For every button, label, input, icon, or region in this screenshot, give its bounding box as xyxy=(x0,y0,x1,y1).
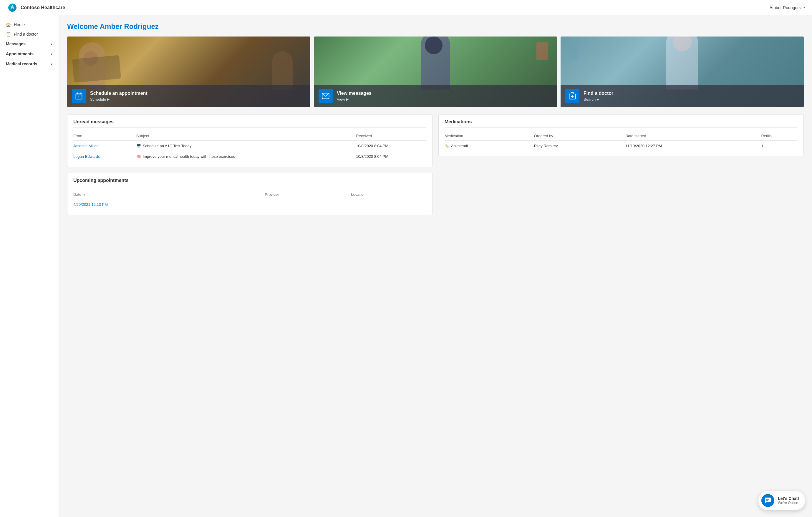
find-doctor-card-link[interactable]: Search ▶ xyxy=(583,97,613,102)
user-menu[interactable]: Amber Rodriguez ▾ xyxy=(770,5,805,10)
appt-location-1 xyxy=(351,199,426,210)
sidebar-item-find-doctor[interactable]: 📋 Find a doctor xyxy=(0,29,59,39)
sidebar-item-home[interactable]: 🏠 Home xyxy=(0,20,59,29)
upcoming-appointments-title: Upcoming appointments xyxy=(73,178,426,186)
sidebar-messages-label: Messages xyxy=(6,41,26,46)
bottom-grid: Unread messages From Subject Received xyxy=(67,114,804,215)
unread-messages-card: Unread messages From Subject Received xyxy=(67,114,433,167)
sidebar-appointments-label: Appointments xyxy=(6,52,34,56)
hero-card-messages[interactable]: View messages View ▶ xyxy=(314,36,557,107)
col-subject: Subject xyxy=(136,132,356,141)
sidebar-item-messages[interactable]: Messages ∨ xyxy=(0,39,59,49)
col-ordered-by: Ordered by xyxy=(534,132,625,141)
hero-card-messages-overlay: View messages View ▶ xyxy=(314,85,557,107)
col-date[interactable]: Date ↑ xyxy=(73,191,265,199)
msg-from-2[interactable]: Logan Edwards xyxy=(73,151,136,162)
col-from: From xyxy=(73,132,136,141)
header-left: Contoso Healthcare xyxy=(7,2,65,13)
user-menu-chevron: ▾ xyxy=(804,6,805,9)
home-icon: 🏠 xyxy=(6,22,11,27)
med-refills-1: 1 xyxy=(761,141,798,151)
schedule-card-text: Schedule an appointment Schedule ▶ xyxy=(90,91,147,102)
svg-text:1: 1 xyxy=(78,96,80,98)
unread-messages-title: Unread messages xyxy=(73,119,426,128)
col-refills: Refills xyxy=(761,132,798,141)
msg-icon-2: 🧠 xyxy=(136,154,141,159)
schedule-card-link[interactable]: Schedule ▶ xyxy=(90,97,147,102)
msg-icon-1: 🖥️ xyxy=(136,144,141,148)
appt-provider-1 xyxy=(265,199,351,210)
left-column: Unread messages From Subject Received xyxy=(67,114,433,215)
msg-received-1: 10/8/2020 8:04 PM xyxy=(356,141,426,151)
schedule-link-label: Schedule xyxy=(90,97,106,102)
messages-card-text: View messages View ▶ xyxy=(337,91,372,102)
col-date-started: Date started xyxy=(625,132,761,141)
medical-bag-icon xyxy=(568,92,577,100)
med-date-started-1: 11/19/2020 12:27 PM xyxy=(625,141,761,151)
right-column: Medications Medication Ordered by Date s… xyxy=(438,114,804,215)
upcoming-appointments-card: Upcoming appointments Date ↑ Provider Lo… xyxy=(67,173,433,215)
sidebar-item-appointments[interactable]: Appointments ∨ xyxy=(0,49,59,59)
sidebar-home-label: Home xyxy=(14,22,25,27)
page-title: Welcome Amber Rodriguez xyxy=(67,22,804,31)
calendar-icon: 1 xyxy=(75,92,83,100)
schedule-arrow-icon: ▶ xyxy=(107,97,110,101)
table-row: 4/20/2021 12:13 PM xyxy=(73,199,426,210)
find-doctor-link-label: Search xyxy=(583,97,596,102)
layout: 🏠 Home 📋 Find a doctor Messages ∨ Appoin… xyxy=(0,15,812,517)
hero-card-schedule-overlay: 1 Schedule an appointment Schedule ▶ xyxy=(67,85,310,107)
main-content: Welcome Amber Rodriguez 1 Schedule an xyxy=(59,15,812,517)
medications-card: Medications Medication Ordered by Date s… xyxy=(438,114,804,156)
messages-card-title: View messages xyxy=(337,91,372,96)
hero-cards: 1 Schedule an appointment Schedule ▶ xyxy=(67,36,804,107)
messages-chevron-icon: ∨ xyxy=(50,42,53,46)
col-location: Location xyxy=(351,191,426,199)
chat-title: Let's Chat! xyxy=(778,496,799,501)
sidebar-item-medical-records[interactable]: Medical records ∨ xyxy=(0,59,59,69)
brand-name: Contoso Healthcare xyxy=(21,5,65,10)
msg-from-1[interactable]: Jasmine Miller xyxy=(73,141,136,151)
chat-widget[interactable]: Let's Chat! We're Online xyxy=(758,491,805,510)
med-icon-1: 🏷️ xyxy=(444,144,449,148)
medications-title: Medications xyxy=(444,119,798,128)
col-provider: Provider xyxy=(265,191,351,199)
table-row: Logan Edwards 🧠 Improve your mental heal… xyxy=(73,151,426,162)
find-doctor-arrow-icon: ▶ xyxy=(597,97,599,101)
col-medication: Medication xyxy=(444,132,534,141)
msg-subject-1: 🖥️ Schedule an A1C Test Today! xyxy=(136,141,356,151)
col-received: Received xyxy=(356,132,426,141)
find-doctor-card-title: Find a doctor xyxy=(583,91,613,96)
msg-subject-2: 🧠 Improve your mental health today with … xyxy=(136,151,356,162)
chat-subtitle: We're Online xyxy=(778,501,799,505)
msg-received-2: 10/8/2020 8:04 PM xyxy=(356,151,426,162)
table-row: Jasmine Miller 🖥️ Schedule an A1C Test T… xyxy=(73,141,426,151)
find-doctor-icon: 📋 xyxy=(6,32,11,36)
schedule-card-title: Schedule an appointment xyxy=(90,91,147,96)
med-name-1: 🏷️ Anksterail xyxy=(444,141,534,151)
find-doctor-icon-box xyxy=(565,89,579,103)
sidebar-find-doctor-label: Find a doctor xyxy=(14,32,38,36)
hero-card-find-doctor-overlay: Find a doctor Search ▶ xyxy=(560,85,804,107)
messages-icon-box xyxy=(319,89,333,103)
appt-date-1[interactable]: 4/20/2021 12:13 PM xyxy=(73,199,265,210)
find-doctor-card-text: Find a doctor Search ▶ xyxy=(583,91,613,102)
chat-text: Let's Chat! We're Online xyxy=(778,496,799,505)
date-sort-icon: ↑ xyxy=(84,193,85,196)
messages-card-link[interactable]: View ▶ xyxy=(337,97,372,102)
contoso-logo-icon xyxy=(7,2,18,13)
hero-card-schedule[interactable]: 1 Schedule an appointment Schedule ▶ xyxy=(67,36,310,107)
messages-arrow-icon: ▶ xyxy=(346,97,349,101)
appointments-chevron-icon: ∨ xyxy=(50,52,53,56)
hero-card-find-doctor[interactable]: Find a doctor Search ▶ xyxy=(560,36,804,107)
medical-records-chevron-icon: ∨ xyxy=(50,62,53,66)
email-icon xyxy=(321,92,330,100)
chat-bubble-icon xyxy=(761,494,774,507)
sidebar-medical-records-label: Medical records xyxy=(6,61,37,66)
unread-messages-table: From Subject Received Jasmine Miller xyxy=(73,132,426,162)
schedule-icon-box: 1 xyxy=(72,89,86,103)
med-ordered-by-1: Riley Ramirez xyxy=(534,141,625,151)
messages-link-label: View xyxy=(337,97,345,102)
medications-table: Medication Ordered by Date started Refil… xyxy=(444,132,798,151)
header: Contoso Healthcare Amber Rodriguez ▾ xyxy=(0,0,812,15)
upcoming-appointments-table: Date ↑ Provider Location 4/20/2021 12:13… xyxy=(73,191,426,210)
